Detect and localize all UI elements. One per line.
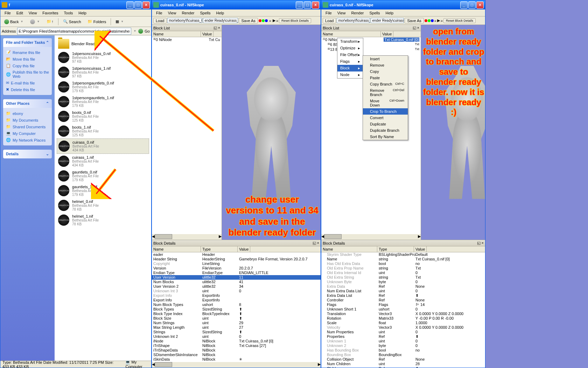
place-ebony[interactable]: 📁ebony <box>6 110 49 117</box>
close-panel-icon[interactable]: ◱ × <box>413 26 419 30</box>
detail-row[interactable]: Export InfoExportInfo <box>152 298 321 302</box>
scrollbar[interactable]: ◀▶ <box>152 234 222 240</box>
load-path[interactable]: mor\ebony\f\cuirass_0.nif <box>337 18 370 23</box>
blocklist-header[interactable]: Block List◱ × <box>321 25 421 31</box>
details-header[interactable]: Details⌄ <box>3 150 52 158</box>
detail-row[interactable]: Block TypesSizedString⬆ <box>152 307 321 312</box>
detail-row[interactable]: ChildrenRef⬆ <box>321 366 485 368</box>
minimize-button[interactable]: _ <box>126 1 134 9</box>
detail-row[interactable]: VersionFileVersion20.2.0.7 <box>152 266 321 271</box>
detail-row[interactable]: Bounding BoxBoundingBox <box>321 353 485 357</box>
file-item[interactable]: CREATION boots_0.nif Bethesda Art File 1… <box>57 109 149 124</box>
detail-row[interactable]: VelocityVector3X 0.0000 Y 0.0000 Z 0.000… <box>321 325 485 330</box>
context-menu-item[interactable]: Crop To Branch <box>363 108 408 115</box>
detail-row[interactable]: SDismemberSkinInstanceNiBlock <box>152 353 321 357</box>
menu-render[interactable]: Render <box>179 10 197 16</box>
detail-row[interactable]: iTriShapeNiBlockTxt Cuirass [27] <box>152 343 321 348</box>
detail-row[interactable]: eaderHeader <box>152 252 321 257</box>
load-path[interactable]: mor\ebony\f\cuirass_0.nif <box>167 18 202 23</box>
place-mycomputer[interactable]: 💻My Computer <box>6 130 49 137</box>
views-button[interactable]: ▦▼ <box>113 18 127 25</box>
details-rows[interactable]: eaderHeaderHeader StringHeaderStringGame… <box>152 252 321 362</box>
menu-spells[interactable]: Spells <box>366 10 383 16</box>
menu-help[interactable]: Help <box>213 10 227 16</box>
col-value[interactable]: Value <box>201 31 214 37</box>
col-value[interactable]: Value <box>381 31 393 37</box>
scrollbar[interactable]: ◀▶ <box>152 362 321 368</box>
context-menu-item[interactable]: Copy <box>363 68 408 75</box>
col-type[interactable]: Type <box>201 246 238 252</box>
nif2-titlebar[interactable]: cuirass_0.nif - NifSkope _ □ × <box>321 0 485 9</box>
context-menu-item[interactable]: Remove BranchCtrl+Del <box>363 87 408 98</box>
menu-edit[interactable]: Edit <box>14 10 26 16</box>
menu-view[interactable]: View <box>26 10 40 16</box>
detail-row[interactable]: Max String Lengthuint27 <box>152 325 321 330</box>
forward-button[interactable]: ▼ <box>28 18 43 25</box>
detail-row[interactable]: Export InfoExportInfo <box>152 293 321 298</box>
context-menu-item[interactable]: Move DownCtrl+Down <box>363 98 408 108</box>
collapse-icon[interactable]: ⌃ <box>46 101 49 106</box>
file-item[interactable]: CREATION gauntlets_1.nif Bethesda Art Fi… <box>57 183 149 198</box>
file-item[interactable]: CREATION 1stpersongauntlets_0.nif Bethes… <box>57 80 149 94</box>
submenu-item[interactable]: Block▸ <box>337 65 363 71</box>
saveas-button[interactable]: Save As <box>405 18 424 23</box>
play-icon[interactable]: ▶ <box>437 18 440 23</box>
up-button[interactable]: 📁↑ <box>44 18 56 25</box>
col-name[interactable]: Name <box>152 246 201 252</box>
load-button[interactable]: Load <box>323 18 336 23</box>
context-menu-item[interactable]: Sort By Name <box>363 134 408 140</box>
tree-row[interactable]: ⊞ 6 BSLightiTxt <box>321 42 421 47</box>
tree-row[interactable]: ⊞ 13 BSLigTxt <box>321 47 421 52</box>
file-item[interactable]: CREATION helmet_1.nif Bethesda Art File … <box>57 213 149 227</box>
context-menu-item[interactable]: Insert <box>363 56 408 62</box>
nif1-titlebar[interactable]: cuirass_0.nif - NifSkope _ □ × <box>152 0 321 9</box>
detail-row[interactable]: iSkinDataNiBlock✳ <box>152 357 321 362</box>
back-button[interactable]: Back ▼ <box>2 18 26 25</box>
close-panel-icon[interactable]: ◱ × <box>214 26 220 30</box>
save-path[interactable]: ender Ready\cuirass_0.nif <box>371 18 404 23</box>
blocklist-header[interactable]: Block List◱ × <box>152 25 222 31</box>
address-input[interactable] <box>17 28 131 35</box>
file-item[interactable]: CREATION cuirass_1.nif Bethesda Art File… <box>57 154 149 169</box>
context-menu-item[interactable]: Paste <box>363 75 408 81</box>
col-name[interactable]: Name <box>321 31 381 37</box>
detail-row[interactable]: Has Bounding Boxboolno <box>321 348 485 353</box>
detail-row[interactable]: Unknown Bytebyte0 <box>321 280 485 284</box>
nif1-viewport[interactable]: change user versions to 11 and 34 and sa… <box>222 25 321 240</box>
render-toggles[interactable] <box>259 19 268 22</box>
detail-row[interactable]: Num Extra Data Listuint0 <box>321 289 485 293</box>
file-item[interactable]: CREATION boots_1.nif Bethesda Art File 1… <box>57 124 149 138</box>
detail-row[interactable]: Unknown 2byte0 <box>321 343 485 348</box>
context-menu-item[interactable]: Convert <box>363 115 408 121</box>
menu-help[interactable]: Help <box>383 10 396 16</box>
task-publish[interactable]: 🌐Publish this file to the Web <box>6 69 49 80</box>
minimize-button[interactable]: _ <box>296 1 303 9</box>
detail-row[interactable]: RotationMatrix33Y -0.00 P 0.00 R -0.00 <box>321 316 485 321</box>
place-network[interactable]: 🌐My Network Places <box>6 137 49 143</box>
maximize-button[interactable]: □ <box>304 1 311 9</box>
nif2-viewport[interactable]: open from blender ready folder and crop … <box>421 25 485 240</box>
saveas-button[interactable]: Save As <box>239 18 258 23</box>
other-places-header[interactable]: Other Places⌃ <box>3 99 52 108</box>
task-delete[interactable]: ✖Delete this file <box>6 86 49 93</box>
col-name[interactable]: Name <box>321 246 377 252</box>
menu-favorites[interactable]: Favorites <box>40 10 61 16</box>
detail-row[interactable]: FlagsFlags🏳 14 <box>321 302 485 307</box>
detail-row[interactable]: User Versionulittle3211 <box>152 275 321 280</box>
detail-row[interactable]: iNodeNiBlockTxt Cuirass_0.nif [0] <box>152 339 321 343</box>
menu-file[interactable]: File <box>153 10 165 16</box>
detail-row[interactable]: Endian TypeEndianTypeENDIAN_LITTLE <box>152 271 321 275</box>
col-name[interactable]: Name <box>152 31 201 37</box>
detail-row[interactable]: Scalefloat1.0000 <box>321 321 485 325</box>
blocklist-tree[interactable]: ⊞ 0 NiNodeTxt Cu <box>152 37 222 234</box>
detail-row[interactable]: Old Extra Prop NamestringTxt <box>321 266 485 271</box>
menu-file[interactable]: File <box>2 10 14 16</box>
detail-row[interactable]: Collision ObjectRefNone <box>321 357 485 362</box>
detail-row[interactable]: TranslationVector3X 0.0000 Y 0.0000 Z 0.… <box>321 312 485 316</box>
detail-row[interactable]: Extra DataRefNone <box>321 284 485 289</box>
details-rows[interactable]: Skyrim Shader TypeBSLightingShaderProper… <box>321 252 485 368</box>
col-type[interactable]: Type <box>377 246 414 252</box>
detail-row[interactable]: NamestringTxt Cuirass_0.nif [0] <box>321 257 485 261</box>
scrollbar[interactable]: ◀▶ <box>321 234 421 240</box>
file-tasks-header[interactable]: File and Folder Tasks⌃ <box>3 38 52 47</box>
